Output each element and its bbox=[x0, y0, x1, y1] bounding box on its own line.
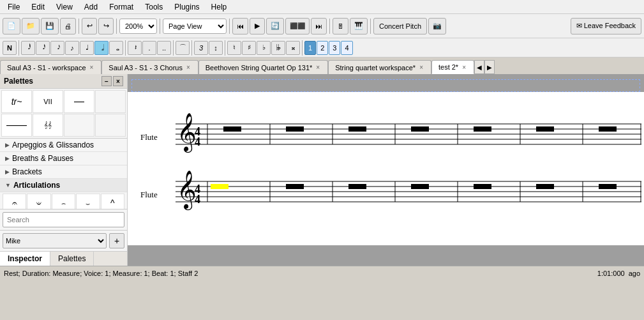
rest-m2-s2 bbox=[286, 184, 304, 189]
acc-double-flat[interactable]: 𝄫 bbox=[271, 41, 285, 55]
piano-button[interactable]: 🎹 bbox=[350, 18, 368, 34]
menu-edit[interactable]: Edit bbox=[26, 1, 50, 13]
palette-cell-vii[interactable]: VII bbox=[33, 90, 63, 113]
artic-short-fermata[interactable]: ⌣ bbox=[76, 194, 100, 209]
search-input[interactable] bbox=[3, 212, 124, 227]
menu-help[interactable]: Help bbox=[206, 1, 232, 13]
menu-format[interactable]: Format bbox=[104, 1, 139, 13]
tab-test2[interactable]: test 2* × bbox=[431, 60, 474, 74]
tie-button[interactable]: ⌒ bbox=[176, 41, 190, 55]
treble-clef-2: 𝄞 bbox=[177, 171, 197, 211]
palette-close-btn[interactable]: × bbox=[113, 76, 123, 86]
note-toolbar: N 𝅘𝅥𝅱 𝅘𝅥𝅰 𝅘𝅥𝅯 ♪ ♩ 𝅗𝅥 𝅝 𝄽 . .. ⌒ 3 ↕ ♮ ♯ … bbox=[0, 38, 644, 57]
palette-cell-empty1 bbox=[95, 90, 126, 113]
status-time: 1:01:000 bbox=[597, 270, 625, 277]
concert-pitch-button[interactable]: Concert Pitch bbox=[373, 18, 427, 34]
menu-add[interactable]: Add bbox=[79, 1, 103, 13]
separator-4 bbox=[229, 19, 230, 34]
voice-4-button[interactable]: 4 bbox=[341, 41, 352, 55]
screenshot-button[interactable]: 📷 bbox=[428, 18, 446, 34]
dur-quarter[interactable]: ♩ bbox=[80, 41, 94, 55]
note-input-button[interactable]: N bbox=[3, 41, 17, 55]
inspector-tab[interactable]: Inspector bbox=[0, 252, 50, 266]
flute-label-1: Flute bbox=[140, 132, 158, 142]
tree-arpeggios[interactable]: ▶ Arpeggios & Glissandos bbox=[0, 139, 127, 152]
palettes-tab[interactable]: Palettes bbox=[50, 252, 94, 266]
dur-whole[interactable]: 𝅝 bbox=[109, 41, 123, 55]
tab-beethoven[interactable]: Beethoven String Quartet Op 131* × bbox=[198, 60, 328, 74]
undo-button[interactable]: ↩ bbox=[82, 18, 97, 34]
redo-button[interactable]: ↪ bbox=[98, 18, 114, 34]
dur-8th[interactable]: ♪ bbox=[65, 41, 79, 55]
palette-content: tr~ VII — —— 𝄞𝄞 ▶ Arpeggios & Glissandos… bbox=[0, 89, 127, 209]
menu-tools[interactable]: Tools bbox=[140, 1, 168, 13]
tab-close-saul-workspace[interactable]: × bbox=[89, 64, 95, 71]
tab-prev[interactable]: ◀ bbox=[474, 60, 484, 74]
zoom-select[interactable]: 200% 100% 150% bbox=[119, 19, 157, 34]
view-mode-select[interactable]: Page View Continuous bbox=[163, 19, 227, 34]
palette-cell-line[interactable]: — bbox=[64, 90, 94, 113]
dur-half[interactable]: 𝅗𝅥 bbox=[94, 41, 109, 55]
score-area[interactable]: Flute 𝄞 4 4 bbox=[128, 74, 644, 266]
palette-top-grid: tr~ VII — —— 𝄞𝄞 bbox=[0, 89, 127, 139]
acc-flat[interactable]: ♭ bbox=[257, 41, 271, 55]
palette-cell-longline[interactable]: —— bbox=[1, 114, 32, 137]
acc-sharp[interactable]: ♯ bbox=[242, 41, 256, 55]
palette-minimize-btn[interactable]: − bbox=[101, 76, 112, 86]
separator-5 bbox=[329, 19, 330, 34]
play-button[interactable]: ▶ bbox=[250, 18, 265, 34]
menu-view[interactable]: View bbox=[51, 1, 78, 13]
rest-button[interactable]: 𝄽 bbox=[128, 41, 142, 55]
save-button[interactable]: 💾 bbox=[41, 18, 59, 34]
tabs-bar: Saul A3 - S1 - workspace × Saul A3 - S1 … bbox=[0, 57, 644, 74]
note-sep-4 bbox=[191, 40, 192, 56]
rest-m1-s2-selected bbox=[211, 184, 228, 189]
add-palette-button[interactable]: + bbox=[109, 233, 124, 248]
tab-close-test2[interactable]: × bbox=[461, 64, 467, 71]
dur-16th[interactable]: 𝅘𝅥𝅯 bbox=[50, 41, 64, 55]
print-button[interactable]: 🖨 bbox=[60, 18, 76, 34]
voice-3-button[interactable]: 3 bbox=[329, 41, 340, 55]
separator-6 bbox=[370, 19, 371, 34]
menu-plugins[interactable]: Plugins bbox=[169, 1, 204, 13]
tab-close-beethoven[interactable]: × bbox=[315, 64, 321, 71]
mixer-button[interactable]: 🎚 bbox=[333, 18, 348, 34]
open-button[interactable]: 📁 bbox=[22, 18, 40, 34]
tree-brackets[interactable]: ▶ Brackets bbox=[0, 165, 127, 179]
double-dot-button[interactable]: .. bbox=[157, 41, 171, 55]
leave-feedback-button[interactable]: ✉ Leave Feedback bbox=[571, 18, 641, 34]
voice-1-button[interactable]: 1 bbox=[304, 41, 316, 55]
rest-m1-s1 bbox=[223, 126, 241, 132]
dur-32nd[interactable]: 𝅘𝅥𝅰 bbox=[36, 41, 50, 55]
user-select[interactable]: Mike bbox=[3, 233, 107, 248]
tree-breaths[interactable]: ▶ Breaths & Pauses bbox=[0, 152, 127, 165]
rewind-button[interactable]: ⏭ bbox=[311, 18, 327, 34]
tab-saul-workspace[interactable]: Saul A3 - S1 - workspace × bbox=[0, 60, 101, 74]
tab-string-quartet[interactable]: String quartet workspace* × bbox=[328, 60, 431, 74]
rest-m6-s2 bbox=[536, 184, 554, 189]
acc-double-sharp[interactable]: 𝄪 bbox=[286, 41, 300, 55]
artic-fermata[interactable]: 𝄐 bbox=[3, 194, 26, 209]
tab-close-saul-chorus[interactable]: × bbox=[185, 64, 191, 71]
tab-close-string-quartet[interactable]: × bbox=[418, 64, 424, 71]
tab-saul-chorus[interactable]: Saul A3 - S1 - 3 Chorus × bbox=[101, 60, 198, 74]
dur-64th[interactable]: 𝅘𝅥𝅱 bbox=[21, 41, 35, 55]
tab-next[interactable]: ▶ bbox=[484, 60, 495, 74]
new-button[interactable]: 📄 bbox=[3, 18, 20, 34]
artic-accent[interactable]: ^ bbox=[101, 194, 124, 209]
loop-start-button[interactable]: ⏮ bbox=[232, 18, 248, 34]
acc-natural[interactable]: ♮ bbox=[227, 41, 241, 55]
artic-square-fermata[interactable]: ⌢ bbox=[52, 194, 75, 209]
loop-region-button[interactable]: ⬛⬛ bbox=[285, 18, 310, 34]
tree-articulations[interactable]: ▼ Articulations bbox=[0, 179, 127, 192]
staff-group-2: 𝄞 4 4 bbox=[176, 171, 641, 211]
flip-button[interactable]: ↕ bbox=[209, 41, 223, 55]
voice-2-button[interactable]: 2 bbox=[317, 41, 328, 55]
artic-fermata2[interactable]: 𝄑 bbox=[27, 194, 50, 209]
palette-cell-trill[interactable]: tr~ bbox=[1, 90, 32, 113]
menu-file[interactable]: File bbox=[3, 1, 25, 13]
palette-cell-trem[interactable]: 𝄞𝄞 bbox=[33, 114, 63, 137]
loop-button[interactable]: 🔄 bbox=[266, 18, 284, 34]
dot-button[interactable]: . bbox=[142, 41, 156, 55]
treble-clef-1: 𝄞 bbox=[177, 113, 197, 153]
